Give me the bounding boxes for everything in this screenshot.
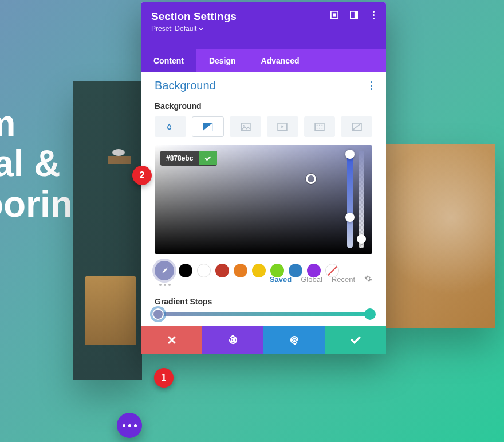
field-label-background: Background	[155, 101, 372, 111]
save-button[interactable]	[325, 326, 386, 354]
section-settings-modal: Section Settings Preset: Default Content…	[141, 2, 386, 354]
hero-line-2: ntial &	[0, 143, 61, 184]
swatch-black[interactable]	[179, 264, 192, 277]
tab-design[interactable]: Design	[196, 49, 249, 72]
shelf-shape	[108, 156, 131, 164]
svg-point-11	[322, 125, 323, 126]
tab-advanced[interactable]: Advanced	[249, 49, 312, 72]
callout-badge-2: 2	[132, 166, 152, 185]
background-image-right	[386, 144, 495, 328]
background-image-left	[73, 81, 142, 380]
history-settings-icon[interactable]	[364, 275, 372, 284]
preset-selector[interactable]: Preset: Default	[151, 25, 203, 33]
gradient-stops-label: Gradient Stops	[155, 297, 372, 306]
hex-confirm-button[interactable]	[199, 151, 217, 165]
svg-rect-1	[333, 13, 336, 16]
alpha-slider[interactable]	[359, 151, 364, 248]
undo-button[interactable]	[202, 326, 263, 354]
hue-slider[interactable]	[347, 151, 353, 248]
bg-type-gradient[interactable]	[192, 116, 225, 137]
picker-selection-ring[interactable]	[306, 174, 316, 184]
swatch-none[interactable]	[325, 264, 339, 277]
chevron-down-icon	[199, 26, 203, 31]
svg-point-13	[319, 128, 320, 129]
history-saved[interactable]: Saved	[270, 275, 292, 284]
bg-type-video[interactable]	[267, 116, 298, 137]
hex-value: #878ebc	[160, 151, 199, 166]
cancel-button[interactable]	[141, 326, 202, 354]
preset-label: Preset: Default	[151, 25, 196, 33]
more-menu-icon[interactable]	[369, 10, 378, 19]
swatch-yellow[interactable]	[252, 264, 266, 277]
background-type-row	[155, 116, 372, 137]
hero-line-1: tom	[0, 103, 15, 144]
hex-input[interactable]: #878ebc	[160, 151, 217, 166]
svg-point-6	[243, 125, 245, 127]
swatch-orange[interactable]	[234, 264, 247, 277]
eyedropper-button[interactable]	[155, 261, 174, 280]
svg-point-10	[319, 125, 320, 126]
bg-type-pattern[interactable]	[304, 116, 336, 137]
svg-point-9	[317, 125, 318, 126]
hue-slider-thumb-top[interactable]	[345, 150, 355, 159]
alpha-slider-thumb[interactable]	[357, 234, 366, 244]
svg-point-14	[322, 128, 323, 129]
swatch-white[interactable]	[197, 264, 211, 277]
tab-content[interactable]: Content	[141, 49, 196, 72]
settings-tabs: Content Design Advanced	[141, 49, 386, 72]
gradient-stop-end[interactable]	[364, 308, 376, 320]
callout-badge-1: 1	[154, 368, 174, 388]
svg-point-12	[317, 128, 318, 129]
alpha-overlay	[359, 151, 364, 248]
expand-icon[interactable]	[330, 10, 339, 19]
redo-button[interactable]	[263, 326, 325, 354]
bowl-shape	[112, 149, 125, 156]
bg-type-image[interactable]	[230, 116, 261, 137]
swatch-red[interactable]	[215, 264, 229, 277]
dock-icon[interactable]	[349, 10, 359, 19]
section-heading[interactable]: Background	[155, 79, 216, 92]
gradient-track[interactable]	[155, 312, 372, 316]
bg-type-mask[interactable]	[341, 116, 372, 137]
section-options-icon[interactable]	[371, 81, 372, 90]
bg-type-color[interactable]	[155, 116, 186, 137]
builder-fab[interactable]	[117, 413, 142, 438]
hue-slider-thumb[interactable]	[345, 213, 355, 222]
gradient-stop-start[interactable]	[152, 308, 164, 320]
svg-rect-8	[315, 123, 324, 130]
color-picker-canvas[interactable]: #878ebc	[155, 145, 372, 254]
picker-sliders	[347, 151, 364, 248]
svg-rect-3	[355, 11, 357, 18]
modal-footer	[141, 326, 386, 354]
panel-body: Background Background	[141, 72, 386, 326]
modal-header[interactable]: Section Settings Preset: Default	[141, 2, 386, 49]
history-global[interactable]: Global	[301, 275, 322, 284]
furniture-shape	[85, 276, 136, 345]
